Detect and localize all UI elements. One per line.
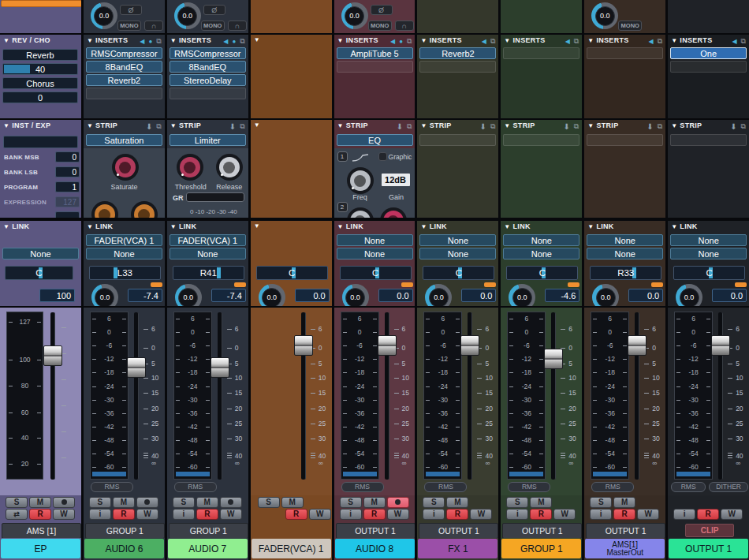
link-slot[interactable]: None <box>86 248 162 259</box>
popup-window-icon[interactable]: ⧉ <box>240 38 244 45</box>
automation-write-button[interactable]: W <box>309 509 331 520</box>
collapse-icon[interactable]: ▼ <box>254 36 260 43</box>
collapse-icon[interactable]: ▼ <box>170 122 177 129</box>
fader-cap[interactable] <box>43 345 62 366</box>
fx-insert[interactable]: AmpliTube 5 <box>337 47 413 59</box>
mono-button[interactable]: MONO <box>368 21 392 31</box>
rms-button[interactable]: RMS <box>91 482 133 492</box>
phones-button[interactable]: ∩ <box>144 21 163 31</box>
trim-knob[interactable]: 0.0 <box>592 284 619 306</box>
input-gain-knob[interactable]: 0.0 <box>591 2 618 29</box>
patch-combo[interactable] <box>3 136 78 148</box>
input-gain-knob[interactable]: 0.0 <box>341 2 368 29</box>
solo-button[interactable]: S <box>89 497 111 508</box>
automation-write-button[interactable]: W <box>553 509 576 520</box>
trim-knob[interactable]: 0.0 <box>175 284 202 306</box>
collapse-icon[interactable]: ▼ <box>504 122 510 129</box>
track-name[interactable]: GROUP 1 <box>501 539 581 558</box>
fx-insert[interactable]: 8BandEQ <box>170 61 246 73</box>
insert-prev-icon[interactable]: ◀ <box>565 38 570 45</box>
collapse-icon[interactable]: ▼ <box>337 37 344 44</box>
reverb-value[interactable]: 40 <box>2 63 78 75</box>
collapse-icon[interactable]: ▼ <box>420 223 427 230</box>
link-slot[interactable]: None <box>503 234 579 246</box>
record-arm-button[interactable] <box>387 497 409 508</box>
popup-window-icon[interactable]: ⧉ <box>574 123 579 130</box>
strip-module-empty[interactable] <box>419 134 496 146</box>
link-slot[interactable]: None <box>670 234 747 246</box>
fader-track[interactable] <box>134 312 139 480</box>
insert-prev-icon[interactable]: ◀ <box>390 38 395 45</box>
eq-freq-knob[interactable] <box>347 167 374 194</box>
insert-prev-icon[interactable]: ◀ <box>140 38 144 45</box>
link-slot[interactable]: None <box>419 234 496 246</box>
output-selector[interactable]: OUTPUT 1 <box>586 523 665 538</box>
solo-button[interactable]: S <box>423 497 445 508</box>
link-slot[interactable]: FADER(VCA) 1 <box>170 234 246 246</box>
collapse-icon[interactable]: ▼ <box>254 222 260 230</box>
clip-indicator[interactable]: CLIP <box>685 524 734 537</box>
insert-prev-icon[interactable]: ◀ <box>732 38 736 45</box>
popup-window-icon[interactable]: ⧉ <box>658 123 662 130</box>
track-name[interactable]: FX 1 <box>418 539 497 558</box>
popup-window-icon[interactable]: ⧉ <box>407 38 412 45</box>
pan-slider[interactable]: C <box>673 266 745 280</box>
collapse-icon[interactable]: ▼ <box>3 223 9 230</box>
pan-slider[interactable]: L33 <box>89 266 161 280</box>
volume-value[interactable]: -7.4 <box>128 289 162 302</box>
fx-insert-empty[interactable] <box>670 61 747 73</box>
input-gain-knob[interactable]: 0.0 <box>174 2 201 29</box>
strip-module-selector[interactable]: Saturation <box>86 134 162 146</box>
input-echo-button[interactable]: i <box>590 509 612 520</box>
link-slot[interactable]: None <box>2 248 79 259</box>
solo-button[interactable]: S <box>6 497 28 508</box>
output-selector[interactable]: GROUP 1 <box>169 523 248 538</box>
fx-insert[interactable]: Reverb2 <box>419 47 496 59</box>
collapse-icon[interactable]: ▼ <box>170 37 177 44</box>
link-slot[interactable]: FADER(VCA) 1 <box>86 234 162 246</box>
track-name[interactable]: AUDIO 6 <box>84 539 164 558</box>
link-slot[interactable]: None <box>587 248 663 259</box>
dither-button[interactable]: DITHER <box>709 482 748 492</box>
fader-cap[interactable] <box>211 357 229 378</box>
expand-icon[interactable]: ⬇ <box>563 123 569 130</box>
expand-icon[interactable]: ⬇ <box>730 123 736 130</box>
strip-module-selector[interactable]: Limiter <box>170 134 246 146</box>
mute-button[interactable]: M <box>613 497 635 508</box>
input-echo-button[interactable]: i <box>673 509 695 520</box>
volume-value[interactable]: -4.6 <box>545 289 579 302</box>
mute-button[interactable]: M <box>196 497 218 508</box>
pan-slider[interactable]: C <box>423 266 494 280</box>
collapse-icon[interactable]: ▼ <box>587 223 594 230</box>
collapse-icon[interactable]: ▼ <box>504 223 510 230</box>
volume-value[interactable]: 0.0 <box>628 289 663 302</box>
automation-write-button[interactable]: W <box>136 509 158 520</box>
fx-insert[interactable]: RMSCompressor <box>170 47 246 59</box>
automation-write-button[interactable]: W <box>53 509 75 520</box>
fader-cap[interactable] <box>127 357 146 378</box>
eq-band2-button[interactable]: 2 <box>337 202 348 212</box>
fx-insert-empty[interactable] <box>587 47 663 59</box>
expand-icon[interactable]: ⬇ <box>229 123 236 130</box>
automation-read-button[interactable]: R <box>530 509 552 520</box>
link-slot[interactable]: None <box>587 234 663 246</box>
collapse-icon[interactable]: ▼ <box>420 37 427 44</box>
volume-value[interactable]: 0.0 <box>461 289 496 302</box>
rms-button[interactable]: RMS <box>341 482 384 492</box>
volume-value[interactable]: -7.4 <box>211 289 246 302</box>
track-name[interactable]: AUDIO 8 <box>335 539 415 558</box>
trim-knob[interactable]: 0.0 <box>91 284 118 306</box>
pan-slider[interactable]: C <box>5 266 73 280</box>
solo-button[interactable]: S <box>340 497 362 508</box>
automation-read-button[interactable]: R <box>363 509 386 520</box>
mono-button[interactable]: MONO <box>117 21 141 31</box>
automation-read-button[interactable]: R <box>285 509 307 520</box>
fader-cap[interactable] <box>544 349 563 369</box>
automation-read-button[interactable]: R <box>113 509 135 520</box>
fader-cap[interactable] <box>711 335 730 356</box>
collapse-icon[interactable]: ▼ <box>337 122 344 129</box>
popup-window-icon[interactable]: ⧉ <box>156 38 161 45</box>
collapse-icon[interactable]: ▼ <box>587 37 594 44</box>
chorus-value[interactable]: 0 <box>2 91 78 103</box>
midi-param-value[interactable]: 1 <box>55 181 80 192</box>
